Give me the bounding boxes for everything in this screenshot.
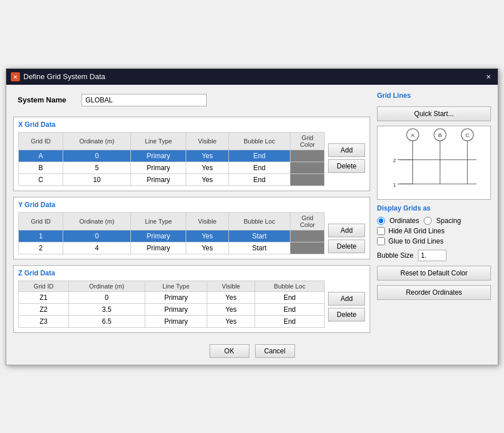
cell-ordinate: 10	[63, 174, 131, 185]
y-col-bubble: Bubble Loc	[228, 212, 290, 230]
y-col-id: Grid ID	[19, 212, 63, 230]
cell-visible: Yes	[207, 291, 255, 303]
table-row[interactable]: Z3 6.5 Primary Yes End	[19, 315, 325, 327]
dialog-title: Define Grid System Data	[23, 72, 481, 81]
svg-text:A: A	[411, 132, 415, 138]
ok-button[interactable]: OK	[210, 344, 249, 358]
table-row[interactable]: Z1 0 Primary Yes End	[19, 291, 325, 303]
bubble-size-input[interactable]	[418, 250, 446, 261]
display-grids-group: Display Grids as Ordinates Spacing Hide …	[377, 204, 491, 261]
quick-start-button[interactable]: Quick Start...	[377, 106, 491, 121]
system-name-input[interactable]	[81, 94, 207, 106]
x-grid-table-container: Grid ID Ordinate (m) Line Type Visible B…	[18, 132, 365, 186]
svg-text:B: B	[438, 132, 441, 138]
cell-bubble: Start	[228, 242, 290, 254]
cell-color	[290, 242, 325, 254]
cell-bubble: End	[228, 162, 290, 174]
cell-linetype: Primary	[131, 174, 186, 185]
cell-linetype: Primary	[145, 315, 207, 327]
cell-bubble: Start	[228, 230, 290, 242]
svg-text:1: 1	[393, 181, 396, 187]
ordinates-radio-row: Ordinates Spacing	[377, 217, 491, 225]
z-add-button[interactable]: Add	[328, 292, 365, 306]
cell-visible: Yes	[186, 150, 228, 162]
x-delete-button[interactable]: Delete	[328, 159, 365, 173]
right-panel: Grid Lines Quick Start... A B C	[377, 92, 491, 333]
z-col-vis: Visible	[207, 281, 255, 291]
cell-id: Z2	[19, 303, 69, 315]
glue-grid-row: Glue to Grid Lines	[377, 237, 491, 245]
table-row[interactable]: Z2 3.5 Primary Yes End	[19, 303, 325, 315]
cell-bubble: End	[255, 291, 324, 303]
cell-ordinate: 6.5	[69, 315, 145, 327]
y-col-vis: Visible	[186, 212, 228, 230]
reorder-button[interactable]: Reorder Ordinates	[377, 285, 491, 300]
cell-linetype: Primary	[131, 230, 186, 242]
cell-id: 2	[19, 242, 63, 254]
z-col-bubble: Bubble Loc	[255, 281, 324, 291]
y-col-ord: Ordinate (m)	[63, 212, 131, 230]
glue-grid-checkbox[interactable]	[377, 237, 385, 245]
hide-grid-row: Hide All Grid Lines	[377, 227, 491, 235]
svg-text:2: 2	[393, 156, 396, 163]
system-name-label: System Name	[18, 96, 75, 104]
x-add-button[interactable]: Add	[328, 143, 365, 157]
cell-id: Z3	[19, 315, 69, 327]
reset-color-button[interactable]: Reset to Default Color	[377, 266, 491, 281]
z-grid-title: Z Grid Data	[18, 269, 365, 277]
x-col-id: Grid ID	[19, 132, 63, 150]
ordinates-label: Ordinates	[390, 217, 419, 225]
display-grids-title: Display Grids as	[377, 204, 491, 212]
dialog-body: System Name X Grid Data Grid ID Ordinate…	[6, 85, 498, 340]
cell-visible: Yes	[186, 162, 228, 174]
table-row[interactable]: A 0 Primary Yes End	[19, 150, 325, 162]
table-row[interactable]: 1 0 Primary Yes Start	[19, 230, 325, 242]
spacing-radio[interactable]	[424, 217, 432, 225]
cell-visible: Yes	[207, 315, 255, 327]
close-button[interactable]: ×	[484, 73, 493, 81]
table-row[interactable]: C 10 Primary Yes End	[19, 174, 325, 185]
y-col-color: Grid Color	[290, 212, 325, 230]
x-col-line: Line Type	[131, 132, 186, 150]
cell-ordinate: 0	[63, 150, 131, 162]
glue-grid-label: Glue to Grid Lines	[388, 237, 444, 245]
y-add-button[interactable]: Add	[328, 224, 365, 237]
x-col-bubble: Bubble Loc	[228, 132, 290, 150]
cell-id: C	[19, 174, 63, 185]
grid-preview-svg: A B C 2 1	[378, 126, 490, 199]
table-row[interactable]: 2 4 Primary Yes Start	[19, 242, 325, 254]
spacing-label: Spacing	[436, 217, 461, 225]
z-col-ord: Ordinate (m)	[69, 281, 145, 291]
cell-ordinate: 3.5	[69, 303, 145, 315]
cell-linetype: Primary	[131, 162, 186, 174]
z-col-line: Line Type	[145, 281, 207, 291]
cell-visible: Yes	[186, 242, 228, 254]
cancel-button[interactable]: Cancel	[255, 344, 295, 358]
cell-id: B	[19, 162, 63, 174]
cell-id: 1	[19, 230, 63, 242]
z-grid-section: Z Grid Data Grid ID Ordinate (m) Line Ty…	[13, 265, 370, 333]
app-icon: ×	[11, 72, 20, 81]
svg-text:×: ×	[14, 73, 17, 80]
grid-preview: A B C 2 1	[377, 126, 491, 200]
y-grid-table-container: Grid ID Ordinate (m) Line Type Visible B…	[18, 212, 365, 254]
left-panel: System Name X Grid Data Grid ID Ordinate…	[13, 92, 370, 333]
x-grid-buttons: Add Delete	[328, 132, 365, 186]
cell-color	[290, 150, 325, 162]
cell-bubble: End	[228, 174, 290, 185]
table-row[interactable]: B 5 Primary Yes End	[19, 162, 325, 174]
x-col-ord: Ordinate (m)	[63, 132, 131, 150]
cell-linetype: Primary	[131, 242, 186, 254]
cell-ordinate: 4	[63, 242, 131, 254]
cell-visible: Yes	[207, 303, 255, 315]
x-grid-title: X Grid Data	[18, 121, 365, 129]
y-delete-button[interactable]: Delete	[328, 240, 365, 253]
y-grid-table: Grid ID Ordinate (m) Line Type Visible B…	[18, 212, 325, 254]
ordinates-radio[interactable]	[377, 217, 385, 225]
z-delete-button[interactable]: Delete	[328, 308, 365, 321]
x-grid-section: X Grid Data Grid ID Ordinate (m) Line Ty…	[13, 117, 370, 191]
grid-lines-title: Grid Lines	[377, 92, 491, 100]
cell-ordinate: 0	[69, 291, 145, 303]
hide-grid-checkbox[interactable]	[377, 227, 385, 235]
cell-id: A	[19, 150, 63, 162]
